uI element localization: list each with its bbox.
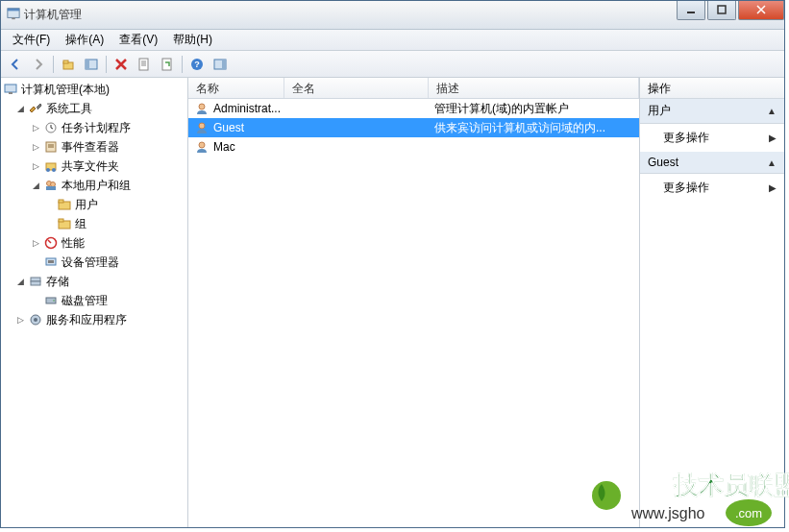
tree-label: 服务和应用程序 — [46, 312, 127, 328]
svg-rect-29 — [46, 186, 56, 190]
tree-task-scheduler[interactable]: ▷ 任务计划程序 — [1, 118, 187, 137]
svg-point-44 — [199, 123, 205, 129]
svg-rect-33 — [59, 219, 63, 222]
maximize-button[interactable] — [707, 1, 736, 20]
users-group-icon — [43, 178, 59, 193]
tree-label: 用户 — [75, 197, 98, 213]
cell-name: Mac — [188, 139, 284, 155]
actions-section-guest[interactable]: Guest ▲ — [640, 152, 784, 174]
tree-root[interactable]: 计算机管理(本地) — [1, 80, 187, 99]
forward-button[interactable] — [28, 54, 49, 75]
tree-performance[interactable]: ▷ 性能 — [1, 233, 187, 253]
collapse-icon[interactable]: ◢ — [14, 103, 26, 114]
collapse-icon[interactable]: ◢ — [14, 276, 26, 287]
device-icon — [43, 254, 59, 270]
share-icon — [43, 158, 59, 174]
tree-device-manager[interactable]: 设备管理器 — [1, 253, 187, 272]
storage-icon — [28, 274, 43, 289]
expand-icon[interactable]: ▷ — [30, 160, 41, 172]
toolbar-separator — [53, 56, 54, 73]
svg-rect-2 — [12, 17, 15, 19]
tree-label: 性能 — [62, 235, 85, 252]
svg-point-45 — [199, 142, 205, 148]
help-button[interactable]: ? — [186, 54, 208, 75]
col-name[interactable]: 名称 — [188, 78, 284, 98]
minimize-button[interactable] — [677, 1, 705, 20]
col-description[interactable]: 描述 — [429, 78, 639, 98]
tree-storage[interactable]: ◢ 存储 — [1, 272, 187, 291]
tree-label: 组 — [75, 216, 86, 232]
action-label: 更多操作 — [663, 130, 709, 146]
toolbar-separator — [182, 56, 183, 73]
tree-groups[interactable]: 组 — [1, 214, 187, 233]
cell-name: Guest — [188, 120, 284, 135]
refresh-button[interactable] — [157, 54, 178, 75]
collapse-icon: ▲ — [767, 157, 777, 168]
action-label: 更多操作 — [663, 180, 709, 196]
folder-icon — [57, 197, 72, 212]
svg-rect-4 — [718, 6, 726, 13]
menu-help[interactable]: 帮助(H) — [165, 30, 220, 50]
list-row[interactable]: Administrat...管理计算机(域)的内置帐户 — [188, 99, 639, 118]
actions-more-users[interactable]: 更多操作 ▶ — [640, 124, 784, 152]
list-body[interactable]: Administrat...管理计算机(域)的内置帐户Guest供来宾访问计算机… — [188, 99, 639, 527]
tree-disk-management[interactable]: 磁盘管理 — [1, 291, 187, 310]
tree-shared-folders[interactable]: ▷ 共享文件夹 — [1, 157, 187, 176]
cell-name: Administrat... — [188, 101, 284, 116]
tools-icon — [28, 101, 43, 116]
collapse-icon: ▲ — [767, 106, 777, 116]
expand-icon[interactable]: ▷ — [14, 314, 26, 326]
tree-users[interactable]: 用户 — [1, 195, 187, 214]
svg-rect-31 — [59, 200, 63, 203]
app-icon — [7, 7, 20, 24]
collapse-icon[interactable]: ◢ — [30, 180, 41, 191]
svg-rect-6 — [63, 60, 68, 63]
svg-rect-19 — [9, 92, 12, 94]
tree-label: 事件查看器 — [62, 139, 119, 156]
user-icon — [194, 120, 210, 135]
event-icon — [43, 139, 59, 155]
delete-button[interactable] — [111, 54, 132, 75]
svg-rect-37 — [31, 278, 40, 281]
menu-file[interactable]: 文件(F) — [5, 30, 58, 50]
back-button[interactable] — [5, 54, 26, 75]
expand-icon[interactable]: ▷ — [30, 237, 41, 249]
tree-local-users[interactable]: ◢ 本地用户和组 — [1, 176, 187, 195]
tree-label: 存储 — [46, 274, 69, 290]
svg-point-26 — [52, 168, 56, 172]
actions-more-guest[interactable]: 更多操作 ▶ — [640, 174, 784, 202]
col-fullname[interactable]: 全名 — [284, 78, 429, 98]
tree-event-viewer[interactable]: ▷ 事件查看器 — [1, 137, 187, 157]
list-row[interactable]: Guest供来宾访问计算机或访问域的内... — [188, 118, 639, 137]
actions-section-users[interactable]: 用户 ▲ — [640, 99, 784, 124]
tree-services-apps[interactable]: ▷ 服务和应用程序 — [1, 310, 187, 329]
menu-action[interactable]: 操作(A) — [58, 30, 111, 50]
cell-description: 管理计算机(域)的内置帐户 — [429, 101, 639, 117]
properties-button[interactable] — [134, 54, 155, 75]
list-row[interactable]: Mac — [188, 137, 639, 157]
svg-rect-8 — [86, 60, 89, 69]
svg-rect-9 — [139, 59, 148, 70]
expand-icon[interactable]: ▷ — [30, 141, 41, 153]
list-header: 名称 全名 描述 — [188, 78, 639, 99]
menubar: 文件(F) 操作(A) 查看(V) 帮助(H) — [1, 30, 784, 51]
show-hide-tree-button[interactable] — [81, 54, 102, 75]
tree-system-tools[interactable]: ◢ 系统工具 — [1, 99, 187, 118]
svg-rect-17 — [222, 60, 226, 69]
titlebar[interactable]: 计算机管理 — [1, 1, 784, 30]
clock-icon — [43, 120, 59, 135]
actions-pane-button[interactable] — [210, 54, 231, 75]
svg-text:?: ? — [194, 60, 200, 69]
expand-icon[interactable]: ▷ — [30, 122, 41, 133]
close-button[interactable] — [738, 1, 784, 20]
menu-view[interactable]: 查看(V) — [111, 30, 165, 50]
svg-point-43 — [199, 104, 205, 109]
svg-point-25 — [46, 168, 50, 172]
up-button[interactable] — [58, 54, 79, 75]
tree-pane[interactable]: 计算机管理(本地) ◢ 系统工具 ▷ 任务计划程序 ▷ 事件查看器 ▷ 共享文件… — [1, 78, 188, 527]
svg-rect-18 — [5, 85, 16, 92]
tree-label: 计算机管理(本地) — [21, 82, 110, 98]
svg-rect-3 — [687, 12, 695, 13]
svg-point-40 — [53, 300, 55, 302]
chevron-right-icon: ▶ — [769, 133, 777, 143]
